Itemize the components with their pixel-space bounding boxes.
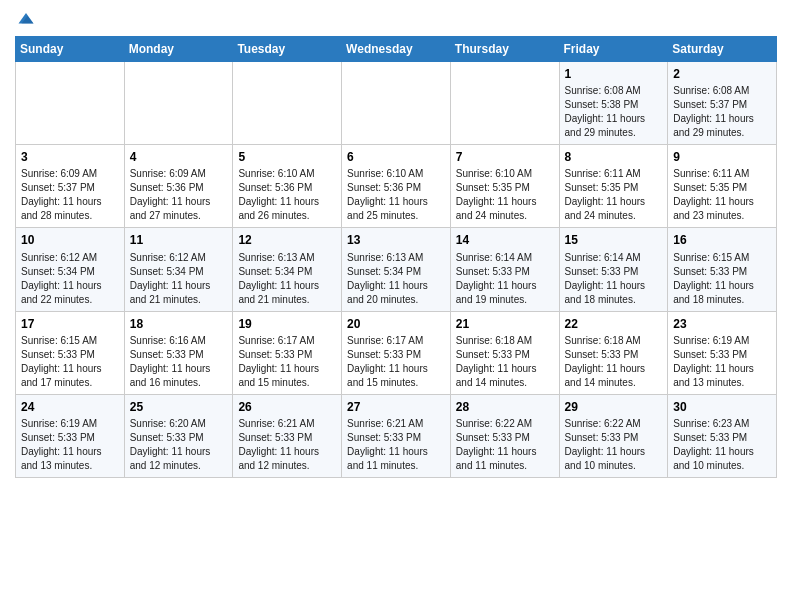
calendar-cell: 25Sunrise: 6:20 AM Sunset: 5:33 PM Dayli… bbox=[124, 394, 233, 477]
day-number: 2 bbox=[673, 66, 771, 82]
calendar-cell: 29Sunrise: 6:22 AM Sunset: 5:33 PM Dayli… bbox=[559, 394, 668, 477]
day-number: 27 bbox=[347, 399, 445, 415]
day-info: Sunrise: 6:18 AM Sunset: 5:33 PM Dayligh… bbox=[565, 334, 663, 390]
day-number: 15 bbox=[565, 232, 663, 248]
calendar-week-row: 1Sunrise: 6:08 AM Sunset: 5:38 PM Daylig… bbox=[16, 62, 777, 145]
day-number: 10 bbox=[21, 232, 119, 248]
day-info: Sunrise: 6:11 AM Sunset: 5:35 PM Dayligh… bbox=[565, 167, 663, 223]
day-number: 21 bbox=[456, 316, 554, 332]
day-info: Sunrise: 6:08 AM Sunset: 5:38 PM Dayligh… bbox=[565, 84, 663, 140]
day-number: 8 bbox=[565, 149, 663, 165]
calendar-cell: 23Sunrise: 6:19 AM Sunset: 5:33 PM Dayli… bbox=[668, 311, 777, 394]
day-info: Sunrise: 6:19 AM Sunset: 5:33 PM Dayligh… bbox=[673, 334, 771, 390]
calendar-cell: 11Sunrise: 6:12 AM Sunset: 5:34 PM Dayli… bbox=[124, 228, 233, 311]
calendar-cell: 13Sunrise: 6:13 AM Sunset: 5:34 PM Dayli… bbox=[342, 228, 451, 311]
calendar-cell: 1Sunrise: 6:08 AM Sunset: 5:38 PM Daylig… bbox=[559, 62, 668, 145]
day-info: Sunrise: 6:09 AM Sunset: 5:37 PM Dayligh… bbox=[21, 167, 119, 223]
calendar-week-row: 10Sunrise: 6:12 AM Sunset: 5:34 PM Dayli… bbox=[16, 228, 777, 311]
calendar-cell: 14Sunrise: 6:14 AM Sunset: 5:33 PM Dayli… bbox=[450, 228, 559, 311]
day-number: 28 bbox=[456, 399, 554, 415]
day-number: 7 bbox=[456, 149, 554, 165]
logo-icon bbox=[17, 10, 35, 28]
day-number: 17 bbox=[21, 316, 119, 332]
day-info: Sunrise: 6:23 AM Sunset: 5:33 PM Dayligh… bbox=[673, 417, 771, 473]
header bbox=[15, 10, 777, 28]
calendar-cell: 18Sunrise: 6:16 AM Sunset: 5:33 PM Dayli… bbox=[124, 311, 233, 394]
calendar-cell: 4Sunrise: 6:09 AM Sunset: 5:36 PM Daylig… bbox=[124, 145, 233, 228]
page: SundayMondayTuesdayWednesdayThursdayFrid… bbox=[0, 0, 792, 493]
calendar-cell: 5Sunrise: 6:10 AM Sunset: 5:36 PM Daylig… bbox=[233, 145, 342, 228]
calendar-day-header: Wednesday bbox=[342, 37, 451, 62]
day-info: Sunrise: 6:13 AM Sunset: 5:34 PM Dayligh… bbox=[238, 251, 336, 307]
calendar-cell: 20Sunrise: 6:17 AM Sunset: 5:33 PM Dayli… bbox=[342, 311, 451, 394]
calendar-cell: 19Sunrise: 6:17 AM Sunset: 5:33 PM Dayli… bbox=[233, 311, 342, 394]
calendar-cell bbox=[124, 62, 233, 145]
day-number: 6 bbox=[347, 149, 445, 165]
calendar-day-header: Sunday bbox=[16, 37, 125, 62]
calendar-cell: 27Sunrise: 6:21 AM Sunset: 5:33 PM Dayli… bbox=[342, 394, 451, 477]
day-info: Sunrise: 6:12 AM Sunset: 5:34 PM Dayligh… bbox=[130, 251, 228, 307]
day-number: 11 bbox=[130, 232, 228, 248]
day-number: 22 bbox=[565, 316, 663, 332]
calendar-cell: 9Sunrise: 6:11 AM Sunset: 5:35 PM Daylig… bbox=[668, 145, 777, 228]
day-number: 18 bbox=[130, 316, 228, 332]
calendar-header-row: SundayMondayTuesdayWednesdayThursdayFrid… bbox=[16, 37, 777, 62]
calendar-cell: 17Sunrise: 6:15 AM Sunset: 5:33 PM Dayli… bbox=[16, 311, 125, 394]
day-number: 14 bbox=[456, 232, 554, 248]
day-info: Sunrise: 6:16 AM Sunset: 5:33 PM Dayligh… bbox=[130, 334, 228, 390]
calendar-cell bbox=[342, 62, 451, 145]
day-info: Sunrise: 6:10 AM Sunset: 5:36 PM Dayligh… bbox=[347, 167, 445, 223]
day-info: Sunrise: 6:13 AM Sunset: 5:34 PM Dayligh… bbox=[347, 251, 445, 307]
day-number: 26 bbox=[238, 399, 336, 415]
day-info: Sunrise: 6:15 AM Sunset: 5:33 PM Dayligh… bbox=[673, 251, 771, 307]
day-info: Sunrise: 6:21 AM Sunset: 5:33 PM Dayligh… bbox=[238, 417, 336, 473]
calendar-cell: 10Sunrise: 6:12 AM Sunset: 5:34 PM Dayli… bbox=[16, 228, 125, 311]
calendar-cell: 7Sunrise: 6:10 AM Sunset: 5:35 PM Daylig… bbox=[450, 145, 559, 228]
day-info: Sunrise: 6:10 AM Sunset: 5:35 PM Dayligh… bbox=[456, 167, 554, 223]
day-info: Sunrise: 6:22 AM Sunset: 5:33 PM Dayligh… bbox=[565, 417, 663, 473]
day-number: 3 bbox=[21, 149, 119, 165]
day-number: 19 bbox=[238, 316, 336, 332]
day-number: 29 bbox=[565, 399, 663, 415]
day-number: 12 bbox=[238, 232, 336, 248]
calendar-cell: 6Sunrise: 6:10 AM Sunset: 5:36 PM Daylig… bbox=[342, 145, 451, 228]
day-number: 13 bbox=[347, 232, 445, 248]
calendar-day-header: Monday bbox=[124, 37, 233, 62]
calendar-week-row: 17Sunrise: 6:15 AM Sunset: 5:33 PM Dayli… bbox=[16, 311, 777, 394]
day-number: 30 bbox=[673, 399, 771, 415]
calendar-cell: 28Sunrise: 6:22 AM Sunset: 5:33 PM Dayli… bbox=[450, 394, 559, 477]
calendar-cell: 22Sunrise: 6:18 AM Sunset: 5:33 PM Dayli… bbox=[559, 311, 668, 394]
calendar-day-header: Tuesday bbox=[233, 37, 342, 62]
day-info: Sunrise: 6:10 AM Sunset: 5:36 PM Dayligh… bbox=[238, 167, 336, 223]
calendar-day-header: Friday bbox=[559, 37, 668, 62]
day-info: Sunrise: 6:08 AM Sunset: 5:37 PM Dayligh… bbox=[673, 84, 771, 140]
calendar-cell: 21Sunrise: 6:18 AM Sunset: 5:33 PM Dayli… bbox=[450, 311, 559, 394]
calendar-day-header: Thursday bbox=[450, 37, 559, 62]
day-info: Sunrise: 6:19 AM Sunset: 5:33 PM Dayligh… bbox=[21, 417, 119, 473]
calendar-cell: 16Sunrise: 6:15 AM Sunset: 5:33 PM Dayli… bbox=[668, 228, 777, 311]
day-number: 20 bbox=[347, 316, 445, 332]
calendar-cell: 24Sunrise: 6:19 AM Sunset: 5:33 PM Dayli… bbox=[16, 394, 125, 477]
calendar-week-row: 24Sunrise: 6:19 AM Sunset: 5:33 PM Dayli… bbox=[16, 394, 777, 477]
calendar-cell: 3Sunrise: 6:09 AM Sunset: 5:37 PM Daylig… bbox=[16, 145, 125, 228]
calendar-day-header: Saturday bbox=[668, 37, 777, 62]
calendar-cell bbox=[450, 62, 559, 145]
day-info: Sunrise: 6:11 AM Sunset: 5:35 PM Dayligh… bbox=[673, 167, 771, 223]
calendar-cell bbox=[233, 62, 342, 145]
day-info: Sunrise: 6:18 AM Sunset: 5:33 PM Dayligh… bbox=[456, 334, 554, 390]
calendar: SundayMondayTuesdayWednesdayThursdayFrid… bbox=[15, 36, 777, 478]
calendar-cell: 26Sunrise: 6:21 AM Sunset: 5:33 PM Dayli… bbox=[233, 394, 342, 477]
day-number: 4 bbox=[130, 149, 228, 165]
calendar-week-row: 3Sunrise: 6:09 AM Sunset: 5:37 PM Daylig… bbox=[16, 145, 777, 228]
day-info: Sunrise: 6:17 AM Sunset: 5:33 PM Dayligh… bbox=[238, 334, 336, 390]
day-number: 25 bbox=[130, 399, 228, 415]
day-info: Sunrise: 6:22 AM Sunset: 5:33 PM Dayligh… bbox=[456, 417, 554, 473]
logo bbox=[15, 10, 35, 28]
day-number: 1 bbox=[565, 66, 663, 82]
day-number: 16 bbox=[673, 232, 771, 248]
calendar-cell: 2Sunrise: 6:08 AM Sunset: 5:37 PM Daylig… bbox=[668, 62, 777, 145]
day-info: Sunrise: 6:09 AM Sunset: 5:36 PM Dayligh… bbox=[130, 167, 228, 223]
day-number: 9 bbox=[673, 149, 771, 165]
day-info: Sunrise: 6:14 AM Sunset: 5:33 PM Dayligh… bbox=[456, 251, 554, 307]
calendar-cell: 15Sunrise: 6:14 AM Sunset: 5:33 PM Dayli… bbox=[559, 228, 668, 311]
